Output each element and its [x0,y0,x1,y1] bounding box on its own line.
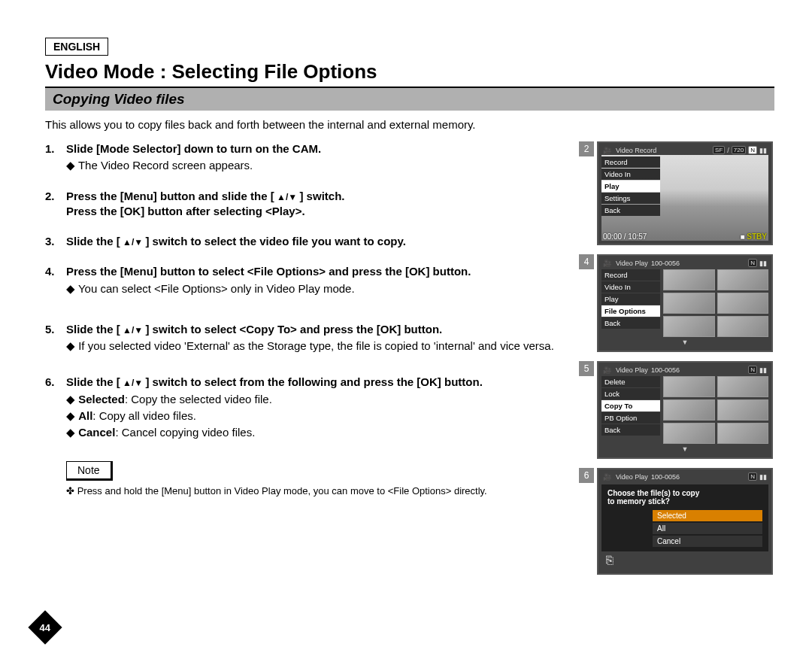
text: ] switch. [299,190,344,202]
step-number: 1. [45,141,66,174]
shot-title: Video Play [616,366,648,374]
menu-item: Back [601,317,660,329]
battery-icon: ▮▮ [759,147,767,154]
up-down-icon [120,375,146,388]
timer: 00:00 / 10:57 [603,232,647,241]
text: ] switch to select from the following an… [145,375,482,388]
screenshots-column: 2 Video Record SF / 720 N ▮▮ [579,141,774,584]
screenshot-6: 6 Video Play 100-0056 N▮▮ Choose the fil… [579,468,774,575]
step-1: 1. Slide [Mode Selector] down to turn on… [45,141,565,174]
step-heading: Press the [OK] button after selecting <P… [66,204,565,219]
stby-label: STBY [747,232,767,241]
shot-header: Video Play 100-0056 N▮▮ [601,365,768,376]
page-number-badge: 44 [28,610,62,644]
shot-number: 5 [579,361,594,376]
menu-item: PB Option [601,412,660,424]
screenshot-4: 4 Video Play 100-0056 N▮▮ RecordVideo In… [579,254,774,352]
badge-sf: SF [713,146,725,154]
intro-text: This allows you to copy files back and f… [45,118,774,131]
step-number: 4. [45,264,66,296]
text: Slide the [ [66,375,120,388]
copy-icon: ⎘ [606,554,614,567]
step-2: 2. Press the [Menu] button and slide the… [45,189,565,220]
prompt-line: Choose the file(s) to copy [607,489,762,497]
steps-column: 1. Slide [Mode Selector] down to turn on… [45,141,565,584]
step-sub: Cancel: Cancel copying video files. [66,425,565,440]
shot-number: 4 [579,254,594,269]
menu-item: Back [601,205,660,216]
shot-code: 100-0056 [651,366,680,374]
page-title: Video Mode : Selecting File Options [45,60,774,84]
shot-header: Video Play 100-0056 N▮▮ [601,472,768,483]
option-list: SelectedAllCancel [653,510,762,547]
camera-icon [603,260,613,267]
menu-item: Video In [601,169,660,180]
option-item: All [653,523,762,534]
badge-n: N [748,366,757,374]
shot-menu: RecordVideo InPlayFile OptionsBack [601,269,660,337]
step-sub: You can select <File Options> only in Vi… [66,281,565,296]
text: ] switch to select the video file you wa… [145,235,405,247]
step-number: 3. [45,234,66,249]
menu-item: Record [601,156,660,168]
step-sub: All: Copy all video files. [66,408,565,424]
camera-icon [603,473,613,481]
shot-title: Video Play [616,473,648,481]
note-text: Press and hold the [Menu] button in Vide… [66,485,565,496]
badge-res: 720 [732,146,746,154]
stby-group: ■ STBY [741,232,768,241]
thumbnails [663,376,768,444]
up-down-icon [274,190,300,202]
menu-item: Lock [601,388,660,399]
step-number: 5. [45,322,66,354]
language-badge: ENGLISH [45,38,108,56]
up-down-icon [120,235,146,247]
text: Slide the [ [66,323,120,336]
menu-item: Video In [601,281,660,293]
step-heading: Slide [Mode Selector] down to turn on th… [66,141,565,156]
menu-item: Play [601,293,660,305]
text: Slide the [ [66,235,120,247]
menu-item: Record [601,269,660,281]
step-number: 2. [45,189,66,220]
battery-icon: ▮▮ [759,260,767,267]
menu-item: Delete [601,376,660,387]
shot-menu: DeleteLockCopy ToPB OptionBack [601,376,660,444]
badge-n: N [748,259,757,267]
shot-header: Video Play 100-0056 N▮▮ [601,258,768,269]
step-6: 6. Slide the [] switch to select from th… [45,375,565,440]
shot-number: 6 [579,468,594,483]
option-item: Cancel [653,536,762,547]
badge-n: N [748,472,757,481]
timer-bar: 00:00 / 10:57 ■ STBY [603,232,767,241]
shot-title: Video Play [616,260,648,267]
screenshot-5: 5 Video Play 100-0056 N▮▮ DeleteLockCopy… [579,361,774,459]
shot-number: 2 [579,141,594,156]
step-4: 4. Press the [Menu] button to select <Fi… [45,264,565,296]
up-down-icon [120,323,146,336]
battery-icon: ▮▮ [759,366,767,374]
text: Press the [Menu] button and slide the [ [66,190,274,202]
step-heading: Press the [Menu] button and slide the []… [66,189,565,204]
step-5: 5. Slide the [] switch to select <Copy T… [45,322,565,354]
camera-icon [603,147,613,154]
battery-icon: ▮▮ [759,473,767,481]
step-sub: Selected: Copy the selected video file. [66,392,565,407]
shot-code: 100-0056 [651,260,680,267]
option-item: Selected [653,510,762,521]
step-heading: Slide the [] switch to select <Copy To> … [66,322,565,337]
scroll-down-icon: ▼ [601,445,768,453]
step-heading: Slide the [] switch to select from the f… [66,375,565,390]
step-3: 3. Slide the [] switch to select the vid… [45,234,565,249]
menu-item: Copy To [601,400,660,411]
thumbnails [663,269,768,337]
text: ] switch to select <Copy To> and press t… [145,323,442,336]
step-sub: If you selected video 'External' as the … [66,339,565,354]
badge-n: N [748,146,757,154]
shot-code: 100-0056 [651,473,680,481]
menu-item: File Options [601,305,660,317]
step-sub: The Video Record screen appears. [66,158,565,173]
shot-menu: RecordVideo InPlaySettingsBack [601,156,660,216]
shot-header: Video Record SF / 720 N ▮▮ [601,145,768,156]
shot-title: Video Record [616,147,656,154]
